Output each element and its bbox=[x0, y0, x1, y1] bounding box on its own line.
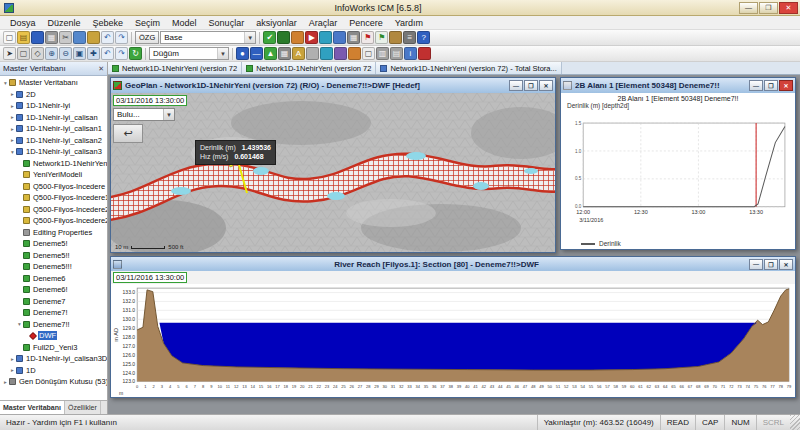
tree-item-1d[interactable]: ▸1D bbox=[0, 365, 107, 377]
layers-icon[interactable] bbox=[389, 31, 402, 44]
results-icon[interactable] bbox=[319, 31, 332, 44]
resize-grip[interactable] bbox=[790, 415, 800, 430]
pointer-icon[interactable]: ➤ bbox=[3, 47, 16, 60]
cut-icon[interactable]: ✂ bbox=[59, 31, 72, 44]
find-combobox[interactable]: Bulu... ▼ bbox=[113, 108, 175, 121]
undo-icon[interactable]: ↶ bbox=[101, 31, 114, 44]
tree-item-1d-1nehir-iyi-calisan3devam[interactable]: ▸1D-1Nehir-Iyi_calisan3Devam bbox=[0, 353, 107, 365]
chevron-down-icon[interactable]: ▼ bbox=[163, 109, 174, 120]
ozg-button[interactable]: ÖZG bbox=[135, 31, 159, 44]
tree-item-2d[interactable]: ▸2D bbox=[0, 89, 107, 101]
expander-icon[interactable]: ▸ bbox=[9, 137, 16, 143]
save-icon[interactable] bbox=[31, 31, 44, 44]
tree-item-network1d-1nehiryeni[interactable]: Network1D-1NehirYeni bbox=[0, 158, 107, 170]
tile-icon[interactable]: ▥ bbox=[376, 47, 389, 60]
object-type-combobox[interactable]: Düğüm▼ bbox=[149, 47, 229, 60]
pan-icon[interactable]: ✚ bbox=[87, 47, 100, 60]
graph-close-button[interactable]: ✕ bbox=[779, 80, 793, 91]
new-icon[interactable]: ▢ bbox=[3, 31, 16, 44]
polygon-tool-icon[interactable]: ▲ bbox=[264, 47, 277, 60]
menu-se-im[interactable]: Seçim bbox=[129, 18, 166, 28]
tree-item-q500-filyos-incedere2[interactable]: Q500-Filyos-Incedere2 bbox=[0, 204, 107, 216]
redo-icon[interactable]: ↷ bbox=[115, 31, 128, 44]
sidebar-tab-master-veritaban[interactable]: Master Veritabanı bbox=[0, 401, 65, 414]
zoom-fit-icon[interactable]: ▣ bbox=[73, 47, 86, 60]
tree-item-yeniyerimodeli[interactable]: YeniYeriModeli bbox=[0, 169, 107, 181]
mdi-tab-3[interactable]: Network1D-1NehirYeni (version 72) - Tota… bbox=[376, 62, 561, 74]
tree-item-deneme7[interactable]: Deneme7! bbox=[0, 307, 107, 319]
tree-item-deneme7[interactable]: ▾Deneme7!! bbox=[0, 319, 107, 331]
geoplan-restore-button[interactable]: ❐ bbox=[524, 80, 538, 91]
tree-item-deneme6[interactable]: Deneme6 bbox=[0, 273, 107, 285]
label-tool-icon[interactable]: A bbox=[292, 47, 305, 60]
tree-item-deneme5[interactable]: Deneme5!!! bbox=[0, 261, 107, 273]
copy-icon[interactable] bbox=[73, 31, 86, 44]
expander-icon[interactable]: ▸ bbox=[9, 356, 16, 362]
mesh-tool-icon[interactable]: ▦ bbox=[278, 47, 291, 60]
section-icon[interactable] bbox=[334, 47, 347, 60]
pan-tool-popup[interactable]: ↩ bbox=[113, 124, 143, 143]
graph-icon[interactable] bbox=[333, 31, 346, 44]
menu-yard-m[interactable]: Yardım bbox=[389, 18, 429, 28]
mdi-tab-1[interactable]: Network1D-1NehirYeni (version 72 bbox=[108, 62, 242, 74]
tree-item-gen-d-n-m-kutusu-53[interactable]: ▸Gen Dönüşüm Kutusu (53) bbox=[0, 376, 107, 388]
close-button[interactable]: ✕ bbox=[779, 2, 798, 14]
open-icon[interactable]: ▤ bbox=[17, 31, 30, 44]
tree-item-deneme5[interactable]: Deneme5!! bbox=[0, 250, 107, 262]
section-minimize-button[interactable]: — bbox=[749, 259, 763, 270]
help-icon[interactable]: ? bbox=[417, 31, 430, 44]
tree-item-1d-1nehir-iyi-calisan2[interactable]: ▸1D-1Nehir-Iyi_calisan2 bbox=[0, 135, 107, 147]
run-simulation-icon[interactable]: ▶ bbox=[305, 31, 318, 44]
tree-item-master-veritaban[interactable]: ▾Master Veritabanı bbox=[0, 77, 107, 89]
grid-icon[interactable]: ▦ bbox=[347, 31, 360, 44]
commit-icon[interactable] bbox=[277, 31, 290, 44]
tree-item-deneme6[interactable]: Deneme6! bbox=[0, 284, 107, 296]
prev-view-icon[interactable]: ↶ bbox=[101, 47, 114, 60]
scenario-combobox[interactable]: Base▼ bbox=[160, 31, 256, 44]
properties-icon[interactable]: ≡ bbox=[403, 31, 416, 44]
sidebar-tab-zellikler[interactable]: Özellikler bbox=[65, 401, 101, 414]
bookmark-icon[interactable] bbox=[418, 47, 431, 60]
tree-item-1d-1nehir-iyi[interactable]: ▸1D-1Nehir-Iyi bbox=[0, 100, 107, 112]
menu-dosya[interactable]: Dosya bbox=[4, 18, 42, 28]
graph-minimize-button[interactable]: — bbox=[749, 80, 763, 91]
tree-item-q500-filyos-incedere2[interactable]: Q500-Filyos-Incedere2! bbox=[0, 215, 107, 227]
geoplan-map[interactable] bbox=[111, 93, 555, 252]
flag-green-icon[interactable]: ⚑ bbox=[375, 31, 388, 44]
section-close-button[interactable]: ✕ bbox=[779, 259, 793, 270]
section-restore-button[interactable]: ❐ bbox=[764, 259, 778, 270]
expander-icon[interactable]: ▾ bbox=[2, 80, 9, 86]
geoplan-map-area[interactable]: 03/11/2016 13:30:00 Bulu... ▼ ↩ Derinlik… bbox=[111, 93, 555, 252]
tree-item-1d-1nehir-iyi-calisan[interactable]: ▸1D-1Nehir-Iyi_calisan bbox=[0, 112, 107, 124]
paste-icon[interactable] bbox=[87, 31, 100, 44]
tree-item-deneme7[interactable]: Deneme7 bbox=[0, 296, 107, 308]
tree-item-full2d-yeni3[interactable]: Full2D_Yeni3 bbox=[0, 342, 107, 354]
flood-icon[interactable] bbox=[320, 47, 333, 60]
refresh-icon[interactable]: ↻ bbox=[129, 47, 142, 60]
validate-icon[interactable]: ✔ bbox=[263, 31, 276, 44]
menu-model[interactable]: Model bbox=[166, 18, 203, 28]
next-view-icon[interactable]: ↷ bbox=[115, 47, 128, 60]
graph-restore-button[interactable]: ❐ bbox=[764, 80, 778, 91]
new-window-icon[interactable]: ▢ bbox=[362, 47, 375, 60]
zoom-in-icon[interactable]: ⊕ bbox=[45, 47, 58, 60]
menu-pencere[interactable]: Pencere bbox=[343, 18, 389, 28]
measure-icon[interactable] bbox=[306, 47, 319, 60]
expander-icon[interactable]: ▸ bbox=[9, 367, 16, 373]
mdi-tab-2[interactable]: Network1D-1NehirYeni (version 72 bbox=[242, 62, 376, 74]
menu-ara-lar[interactable]: Araçlar bbox=[303, 18, 344, 28]
expander-icon[interactable]: ▸ bbox=[9, 91, 16, 97]
select-rect-icon[interactable]: ▢ bbox=[17, 47, 30, 60]
tree-item-dwf[interactable]: DWF bbox=[0, 330, 107, 342]
select-poly-icon[interactable]: ◇ bbox=[31, 47, 44, 60]
menu-aksiyonlar[interactable]: aksiyonlar bbox=[250, 18, 303, 28]
expander-icon[interactable]: ▸ bbox=[2, 379, 9, 385]
geoplan-minimize-button[interactable]: — bbox=[509, 80, 523, 91]
print-icon[interactable]: ▦ bbox=[45, 31, 58, 44]
expander-icon[interactable]: ▸ bbox=[9, 126, 16, 132]
cascade-icon[interactable]: ▤ bbox=[390, 47, 403, 60]
menu-ebeke[interactable]: Şebeke bbox=[87, 18, 130, 28]
expander-icon[interactable]: ▾ bbox=[16, 321, 23, 327]
expander-icon[interactable]: ▸ bbox=[9, 103, 16, 109]
sidebar-close-icon[interactable]: ✕ bbox=[98, 65, 104, 73]
